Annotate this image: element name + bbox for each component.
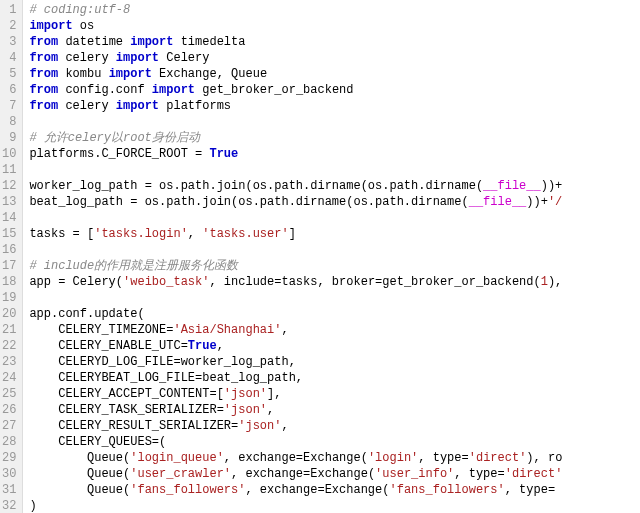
line-number: 32 — [2, 498, 16, 513]
code-line: from datetime import timedelta — [29, 34, 640, 50]
line-number: 2 — [2, 18, 16, 34]
token-nm: ], — [267, 387, 281, 401]
token-nm: timedelta — [173, 35, 245, 49]
line-number: 14 — [2, 210, 16, 226]
token-st: '/ — [548, 195, 562, 209]
line-number: 26 — [2, 402, 16, 418]
token-st: 'direct' — [505, 467, 563, 481]
code-line: CELERY_QUEUES=( — [29, 434, 640, 450]
code-line: Queue('fans_followers', exchange=Exchang… — [29, 482, 640, 498]
line-number: 23 — [2, 354, 16, 370]
token-nm: ))+ — [526, 195, 548, 209]
token-st: 'login_queue' — [130, 451, 224, 465]
token-nm: , — [217, 339, 224, 353]
token-kw: from — [29, 35, 58, 49]
code-line: platforms.C_FORCE_ROOT = True — [29, 146, 640, 162]
token-nm: CELERY_ENABLE_UTC= — [29, 339, 187, 353]
token-kw: import — [109, 67, 152, 81]
token-pa: __file__ — [469, 195, 527, 209]
token-nm: ))+ — [541, 179, 563, 193]
line-number: 25 — [2, 386, 16, 402]
code-line: # coding:utf-8 — [29, 2, 640, 18]
token-nm: , — [188, 227, 202, 241]
code-line: tasks = ['tasks.login', 'tasks.user'] — [29, 226, 640, 242]
line-number: 27 — [2, 418, 16, 434]
token-st: 'fans_followers' — [130, 483, 245, 497]
line-number: 17 — [2, 258, 16, 274]
token-nm: datetime — [58, 35, 130, 49]
code-area: # coding:utf-8import osfrom datetime imp… — [23, 0, 640, 513]
token-nm: Queue( — [29, 451, 130, 465]
code-line: CELERY_TIMEZONE='Asia/Shanghai', — [29, 322, 640, 338]
token-nm: os — [73, 19, 95, 33]
token-nm: , include=tasks, broker=get_broker_or_ba… — [209, 275, 540, 289]
token-nm: config.conf — [58, 83, 152, 97]
line-number: 31 — [2, 482, 16, 498]
code-line: from kombu import Exchange, Queue — [29, 66, 640, 82]
token-nm: CELERYD_LOG_FILE=worker_log_path, — [29, 355, 295, 369]
token-st: 'json' — [224, 403, 267, 417]
token-nm: ) — [29, 499, 36, 513]
token-kw: import — [130, 35, 173, 49]
token-cm: # include的作用就是注册服务化函数 — [29, 259, 238, 273]
token-num: 1 — [541, 275, 548, 289]
token-nm: CELERY_RESULT_SERIALIZER= — [29, 419, 238, 433]
token-cm: # 允许celery以root身份启动 — [29, 131, 199, 145]
code-line: Queue('user_crawler', exchange=Exchange(… — [29, 466, 640, 482]
token-kw: import — [29, 19, 72, 33]
token-nm: , type= — [505, 483, 555, 497]
line-number: 24 — [2, 370, 16, 386]
token-st: 'login' — [368, 451, 418, 465]
token-nm: celery — [58, 99, 116, 113]
token-kw: import — [116, 99, 159, 113]
code-line: app.conf.update( — [29, 306, 640, 322]
line-number: 20 — [2, 306, 16, 322]
token-nm: Exchange, Queue — [152, 67, 267, 81]
token-nm: ), — [548, 275, 562, 289]
token-nm: CELERYBEAT_LOG_FILE=beat_log_path, — [29, 371, 303, 385]
line-number: 21 — [2, 322, 16, 338]
code-line: app = Celery('weibo_task', include=tasks… — [29, 274, 640, 290]
code-line: worker_log_path = os.path.join(os.path.d… — [29, 178, 640, 194]
code-line: CELERY_TASK_SERIALIZER='json', — [29, 402, 640, 418]
code-line: from celery import Celery — [29, 50, 640, 66]
token-st: 'direct' — [469, 451, 527, 465]
token-nm: ] — [289, 227, 296, 241]
line-number: 10 — [2, 146, 16, 162]
token-cm: # coding:utf-8 — [29, 3, 130, 17]
token-nm: kombu — [58, 67, 108, 81]
token-st: 'weibo_task' — [123, 275, 209, 289]
token-nm: tasks = [ — [29, 227, 94, 241]
token-kw: from — [29, 83, 58, 97]
code-line: CELERY_RESULT_SERIALIZER='json', — [29, 418, 640, 434]
line-number: 9 — [2, 130, 16, 146]
code-line: ) — [29, 498, 640, 513]
token-nm: , exchange=Exchange( — [245, 483, 389, 497]
token-bi: True — [209, 147, 238, 161]
code-line: CELERYD_LOG_FILE=worker_log_path, — [29, 354, 640, 370]
token-nm: , — [267, 403, 274, 417]
line-number: 12 — [2, 178, 16, 194]
token-nm: , — [281, 419, 288, 433]
line-number: 28 — [2, 434, 16, 450]
token-nm: CELERY_TIMEZONE= — [29, 323, 173, 337]
token-kw: from — [29, 67, 58, 81]
token-nm: worker_log_path = os.path.join(os.path.d… — [29, 179, 483, 193]
token-nm: app.conf.update( — [29, 307, 144, 321]
token-nm: platforms.C_FORCE_ROOT = — [29, 147, 209, 161]
code-line — [29, 114, 640, 130]
token-nm: ), ro — [526, 451, 562, 465]
token-st: 'tasks.login' — [94, 227, 188, 241]
line-number: 1 — [2, 2, 16, 18]
token-st: 'fans_followers' — [389, 483, 504, 497]
code-line: # include的作用就是注册服务化函数 — [29, 258, 640, 274]
line-number: 3 — [2, 34, 16, 50]
token-nm: , exchange=Exchange( — [231, 467, 375, 481]
token-nm: CELERY_TASK_SERIALIZER= — [29, 403, 223, 417]
token-nm: , exchange=Exchange( — [224, 451, 368, 465]
code-line: CELERYBEAT_LOG_FILE=beat_log_path, — [29, 370, 640, 386]
code-line: beat_log_path = os.path.join(os.path.dir… — [29, 194, 640, 210]
line-number: 22 — [2, 338, 16, 354]
token-kw: from — [29, 51, 58, 65]
token-nm: CELERY_ACCEPT_CONTENT=[ — [29, 387, 223, 401]
